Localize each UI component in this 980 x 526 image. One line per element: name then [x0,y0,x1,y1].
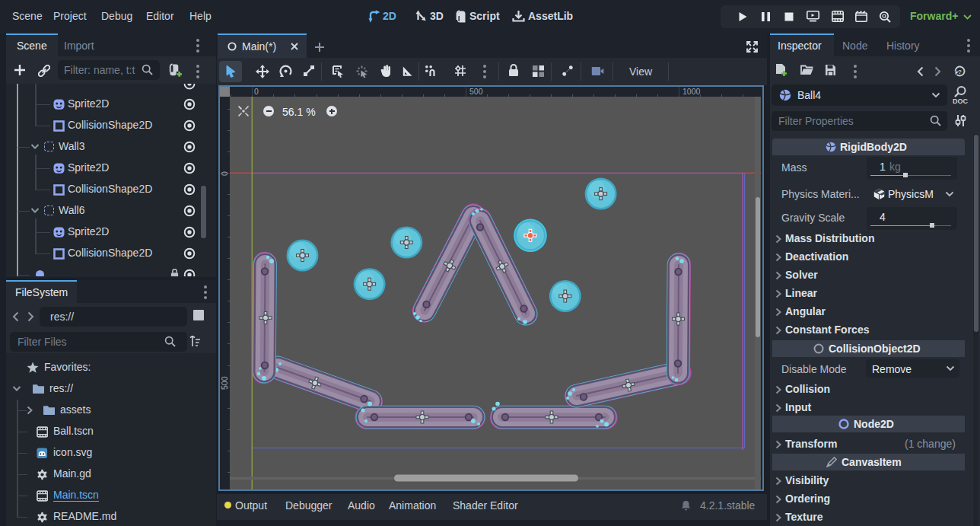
svg-text:?: ? [958,69,962,75]
svg-text:DOC: DOC [953,97,968,105]
